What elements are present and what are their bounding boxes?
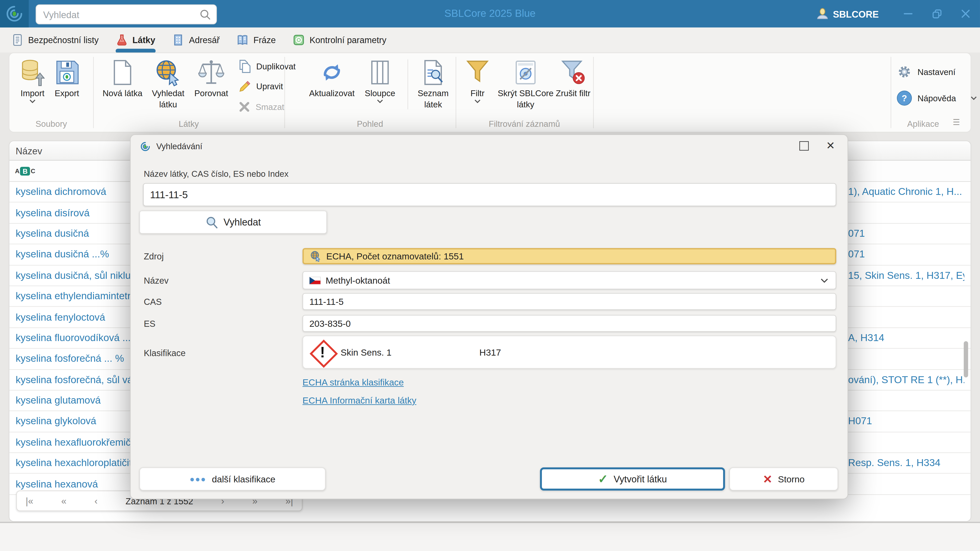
nova-latka-button[interactable]: Nová látka	[98, 57, 147, 99]
tab-label: Bezpečnostní listy	[28, 35, 99, 45]
substance-name: kyselina dusičná	[16, 228, 89, 239]
tab-label: Látky	[132, 35, 155, 45]
zdroj-field[interactable]: ECHA, Počet oznamovatelů: 1551	[302, 248, 836, 264]
substance-classification: ování), STOT RE 1 (**), H...	[848, 370, 964, 390]
create-substance-button[interactable]: ✓ Vytvořit látku	[540, 467, 725, 491]
aktualizovat-button[interactable]: Aktualizovat	[303, 57, 361, 99]
filtr-button[interactable]: Filtr	[463, 57, 492, 103]
substance-classification	[848, 349, 964, 369]
query-input[interactable]	[144, 184, 835, 206]
duplikovat-button[interactable]: Duplikovat	[238, 59, 296, 73]
upravit-button[interactable]: Upravit	[238, 80, 283, 93]
clear-filter-icon	[560, 57, 586, 88]
group-label-soubory: Soubory	[35, 119, 67, 129]
napoveda-button[interactable]: ? Nápověda	[897, 91, 977, 106]
scrollbar-thumb[interactable]	[964, 341, 968, 377]
pencil-icon	[238, 80, 251, 93]
create-substance-label: Vytvořit látku	[614, 474, 667, 484]
substance-name: kyselina hexafluorokřemičitá	[16, 437, 141, 448]
substance-name: kyselina fosforečná, sůl vápní	[16, 374, 147, 386]
import-label: Import	[21, 88, 45, 99]
chevron-down-icon	[474, 99, 480, 103]
import-button[interactable]: Import	[14, 57, 51, 103]
echa-classification-link[interactable]: ECHA stránka klasifikace	[302, 378, 404, 387]
es-field[interactable]: 203-835-0	[302, 315, 836, 332]
porovnat-label: Porovnat	[194, 88, 228, 99]
export-button[interactable]: Export	[49, 57, 84, 99]
nazev-dropdown[interactable]: Methyl-oktanoát	[302, 271, 836, 289]
skryt-label: Skrýt SBLCore látky	[496, 88, 556, 110]
vyhledat-latku-button[interactable]: Vyhledat látku	[146, 57, 191, 110]
substance-name: kyselina fenyloctová	[16, 311, 105, 323]
close-button[interactable]	[951, 0, 980, 27]
filter-icon	[465, 57, 490, 88]
floppy-export-icon	[54, 57, 80, 88]
chevron-down-icon	[377, 99, 383, 103]
account-button[interactable]: SBLCORE	[816, 7, 879, 20]
ribbon-toolbar: Import Export Soubory Nová látka Vyhleda…	[9, 52, 971, 133]
zrusit-filtr-label: Zrušit filtr	[556, 88, 590, 99]
substance-classification	[848, 307, 964, 327]
list-search-icon	[421, 57, 445, 88]
flask-icon	[116, 34, 128, 46]
column-header-label: Název	[16, 145, 42, 156]
tab-bezpecnostni-listy[interactable]: Bezpečnostní listy	[11, 27, 99, 52]
first-page-button[interactable]: |«	[25, 496, 33, 506]
substance-name: kyselina dusičná ...%	[16, 249, 109, 260]
restore-button[interactable]	[923, 0, 951, 27]
substance-classification: Resp. Sens. 1, H334	[848, 453, 964, 473]
minimize-button[interactable]	[894, 0, 923, 27]
vertical-scrollbar[interactable]	[963, 161, 969, 517]
nova-latka-label: Nová látka	[103, 88, 142, 99]
substance-classification	[848, 432, 964, 452]
app-window: SBLCore 2025 Blue SBLCORE Bezpe	[0, 0, 980, 551]
smazat-label: Smazat	[256, 102, 284, 112]
substance-classification: 1), Aquatic Chronic 1, H...	[848, 182, 964, 202]
globe-search-icon	[310, 251, 321, 262]
skryt-sblcore-latky-button[interactable]: Skrýt SBLCore látky	[496, 57, 556, 110]
porovnat-button[interactable]: Porovnat	[189, 57, 233, 99]
inner-divider	[407, 59, 408, 110]
substance-classification: 071	[848, 224, 964, 244]
columns-icon	[369, 57, 391, 88]
more-classifications-button[interactable]: ●●● další klasifikace	[139, 467, 326, 491]
ghs07-exclamation-pictogram-icon: !	[310, 340, 334, 364]
tab-label: Kontrolní parametry	[310, 35, 386, 45]
export-label: Export	[55, 88, 79, 99]
tab-latky[interactable]: Látky	[116, 27, 155, 52]
tab-adresar[interactable]: Adresář	[172, 27, 220, 52]
upravit-label: Upravit	[256, 82, 283, 91]
dialog-close-icon[interactable]: ✕	[826, 139, 835, 152]
substance-name: kyselina glutamová	[16, 395, 100, 406]
dialog-search-button[interactable]: Vyhledat	[139, 211, 327, 234]
tab-fraze[interactable]: Fráze	[237, 27, 276, 52]
czech-flag-icon	[310, 276, 321, 284]
group-label-latky: Látky	[178, 119, 199, 129]
dialog-maximize-button[interactable]	[799, 141, 809, 151]
substance-classification	[848, 474, 964, 494]
vyhledat-latku-label: Vyhledat látku	[146, 88, 191, 110]
red-x-icon: ✕	[763, 472, 772, 486]
seznam-latek-button[interactable]: Seznam látek	[413, 57, 453, 110]
prev-page-button[interactable]: ‹	[94, 496, 97, 506]
sloupce-label: Sloupce	[365, 88, 396, 99]
scales-icon	[197, 57, 225, 88]
group-divider	[593, 57, 594, 128]
substance-classification	[848, 203, 964, 223]
ellipsis-icon: ●●●	[189, 474, 206, 484]
cancel-button[interactable]: ✕ Storno	[729, 467, 838, 491]
cas-value: 111-11-5	[310, 297, 344, 306]
seznam-latek-label: Seznam látek	[413, 88, 453, 110]
zdroj-label: Zdroj	[144, 251, 164, 261]
prev-10-button[interactable]: «	[61, 496, 66, 506]
group-options-icon[interactable]: ☰	[953, 118, 961, 127]
tab-kontrolni-parametry[interactable]: Kontrolní parametry	[293, 27, 386, 52]
cas-field[interactable]: 111-11-5	[302, 293, 836, 310]
smazat-button[interactable]: Smazat	[238, 100, 284, 113]
tab-label: Fráze	[253, 35, 276, 45]
echa-infocard-link[interactable]: ECHA Informační karta látky	[302, 395, 417, 406]
nastaveni-button[interactable]: Nastavení	[897, 64, 956, 79]
sloupce-button[interactable]: Sloupce	[361, 57, 399, 103]
zrusit-filtr-button[interactable]: Zrušit filtr	[556, 57, 591, 99]
substance-classification	[848, 391, 964, 411]
